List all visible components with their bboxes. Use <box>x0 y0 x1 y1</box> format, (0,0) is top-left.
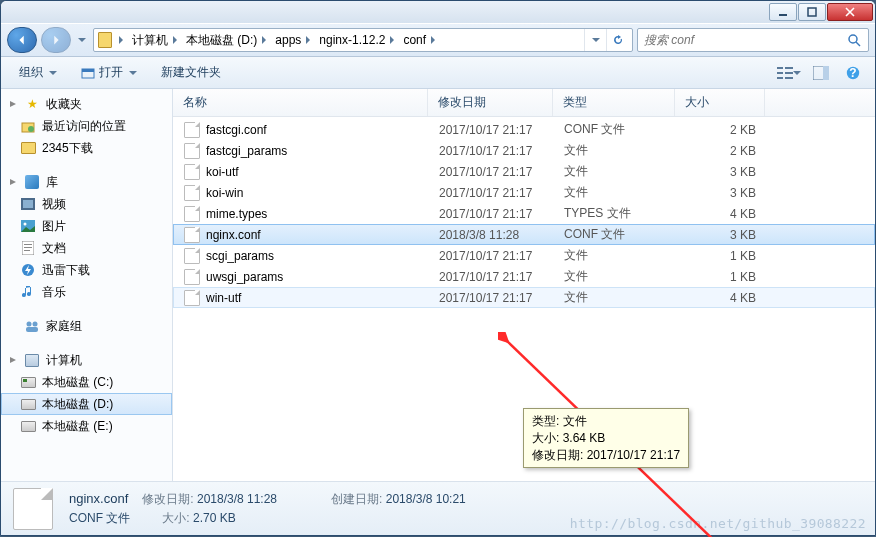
svg-rect-12 <box>823 66 829 80</box>
sidebar-item-pictures[interactable]: 图片 <box>1 215 172 237</box>
file-date: 2018/3/8 11:28 <box>429 228 554 242</box>
file-type: 文件 <box>554 268 676 285</box>
preview-pane-button[interactable] <box>807 61 835 85</box>
file-size: 2 KB <box>676 144 766 158</box>
file-icon <box>184 164 200 180</box>
file-size: 4 KB <box>676 291 766 305</box>
sidebar-item-music[interactable]: 音乐 <box>1 281 172 303</box>
svg-point-16 <box>28 126 34 132</box>
details-pane: nginx.conf 修改日期: 2018/3/8 11:28 创建日期: 20… <box>1 481 875 535</box>
computer-icon <box>24 352 40 368</box>
search-input[interactable] <box>644 33 846 47</box>
file-size: 3 KB <box>676 228 766 242</box>
address-bar[interactable]: 计算机 本地磁盘 (D:) apps nginx-1.12.2 conf <box>93 28 633 52</box>
minimize-button[interactable] <box>769 3 797 21</box>
sidebar-homegroup[interactable]: 家庭组 <box>1 315 172 337</box>
file-icon <box>184 227 200 243</box>
file-date: 2017/10/17 21:17 <box>429 123 554 137</box>
sidebar-item-drive-d[interactable]: 本地磁盘 (D:) <box>1 393 172 415</box>
folder-icon <box>98 32 114 48</box>
file-icon <box>184 185 200 201</box>
file-row[interactable]: nginx.conf2018/3/8 11:28CONF 文件3 KB <box>173 224 875 245</box>
column-name[interactable]: 名称 <box>173 89 428 116</box>
file-row[interactable]: mime.types2017/10/17 21:17TYPES 文件4 KB <box>173 203 875 224</box>
file-row[interactable]: scgi_params2017/10/17 21:17文件1 KB <box>173 245 875 266</box>
refresh-button[interactable] <box>606 29 628 51</box>
svg-rect-23 <box>24 247 32 248</box>
sidebar-favorites[interactable]: ★收藏夹 <box>1 93 172 115</box>
titlebar <box>1 1 875 23</box>
breadcrumb[interactable]: apps <box>271 29 315 51</box>
breadcrumb[interactable]: 计算机 <box>128 29 182 51</box>
file-type: TYPES 文件 <box>554 205 676 222</box>
search-box[interactable] <box>637 28 869 52</box>
svg-rect-24 <box>24 250 30 251</box>
sidebar-computer[interactable]: 计算机 <box>1 349 172 371</box>
nav-history-dropdown[interactable] <box>75 36 89 44</box>
svg-rect-0 <box>779 14 787 16</box>
file-name: mime.types <box>206 207 267 221</box>
help-button[interactable]: ? <box>839 61 867 85</box>
column-date[interactable]: 修改日期 <box>428 89 553 116</box>
svg-rect-6 <box>777 72 783 74</box>
maximize-button[interactable] <box>798 3 826 21</box>
svg-point-26 <box>27 322 32 327</box>
forward-button[interactable] <box>41 27 71 53</box>
file-row[interactable]: win-utf2017/10/17 21:17文件4 KB <box>173 287 875 308</box>
breadcrumb[interactable] <box>114 29 128 51</box>
thunder-icon <box>20 262 36 278</box>
address-dropdown[interactable] <box>584 29 606 51</box>
close-button[interactable] <box>827 3 873 21</box>
picture-icon <box>20 218 36 234</box>
file-type: 文件 <box>554 247 676 264</box>
new-folder-button[interactable]: 新建文件夹 <box>151 61 231 85</box>
sidebar-item-thunder[interactable]: 迅雷下载 <box>1 259 172 281</box>
sidebar-item-recent[interactable]: 最近访问的位置 <box>1 115 172 137</box>
file-name: fastcgi_params <box>206 144 287 158</box>
explorer-window: 计算机 本地磁盘 (D:) apps nginx-1.12.2 conf 组织 … <box>0 0 876 536</box>
file-type: CONF 文件 <box>554 226 676 243</box>
file-size: 3 KB <box>676 186 766 200</box>
file-large-icon <box>13 488 53 530</box>
open-button[interactable]: 打开 <box>71 61 147 85</box>
svg-rect-28 <box>26 327 38 332</box>
file-row[interactable]: fastcgi_params2017/10/17 21:17文件2 KB <box>173 140 875 161</box>
file-row[interactable]: uwsgi_params2017/10/17 21:17文件1 KB <box>173 266 875 287</box>
svg-rect-8 <box>785 67 793 69</box>
breadcrumb[interactable]: 本地磁盘 (D:) <box>182 29 271 51</box>
details-filename: nginx.conf <box>69 491 128 508</box>
file-icon <box>184 290 200 306</box>
file-name: scgi_params <box>206 249 274 263</box>
file-size: 1 KB <box>676 249 766 263</box>
sidebar-item-drive-c[interactable]: 本地磁盘 (C:) <box>1 371 172 393</box>
back-button[interactable] <box>7 27 37 53</box>
file-row[interactable]: koi-win2017/10/17 21:17文件3 KB <box>173 182 875 203</box>
svg-rect-1 <box>808 8 816 16</box>
sidebar-item-videos[interactable]: 视频 <box>1 193 172 215</box>
organize-menu[interactable]: 组织 <box>9 61 67 85</box>
toolbar: 组织 打开 新建文件夹 ? <box>1 57 875 89</box>
column-size[interactable]: 大小 <box>675 89 765 116</box>
file-name: nginx.conf <box>206 228 261 242</box>
svg-rect-9 <box>785 72 793 74</box>
file-type: 文件 <box>554 142 676 159</box>
search-icon[interactable] <box>846 32 862 48</box>
document-icon <box>20 240 36 256</box>
sidebar-item-documents[interactable]: 文档 <box>1 237 172 259</box>
sidebar-item-drive-e[interactable]: 本地磁盘 (E:) <box>1 415 172 437</box>
file-date: 2017/10/17 21:17 <box>429 186 554 200</box>
library-icon <box>24 174 40 190</box>
column-type[interactable]: 类型 <box>553 89 675 116</box>
drive-icon <box>20 396 36 412</box>
file-list-pane: 名称 修改日期 类型 大小 fastcgi.conf2017/10/17 21:… <box>173 89 875 481</box>
breadcrumb[interactable]: conf <box>399 29 440 51</box>
file-row[interactable]: koi-utf2017/10/17 21:17文件3 KB <box>173 161 875 182</box>
file-row[interactable]: fastcgi.conf2017/10/17 21:17CONF 文件2 KB <box>173 119 875 140</box>
file-date: 2017/10/17 21:17 <box>429 165 554 179</box>
view-options-button[interactable] <box>775 61 803 85</box>
sidebar-libraries[interactable]: 库 <box>1 171 172 193</box>
breadcrumb[interactable]: nginx-1.12.2 <box>315 29 399 51</box>
file-date: 2017/10/17 21:17 <box>429 249 554 263</box>
video-icon <box>20 196 36 212</box>
sidebar-item-2345[interactable]: 2345下载 <box>1 137 172 159</box>
